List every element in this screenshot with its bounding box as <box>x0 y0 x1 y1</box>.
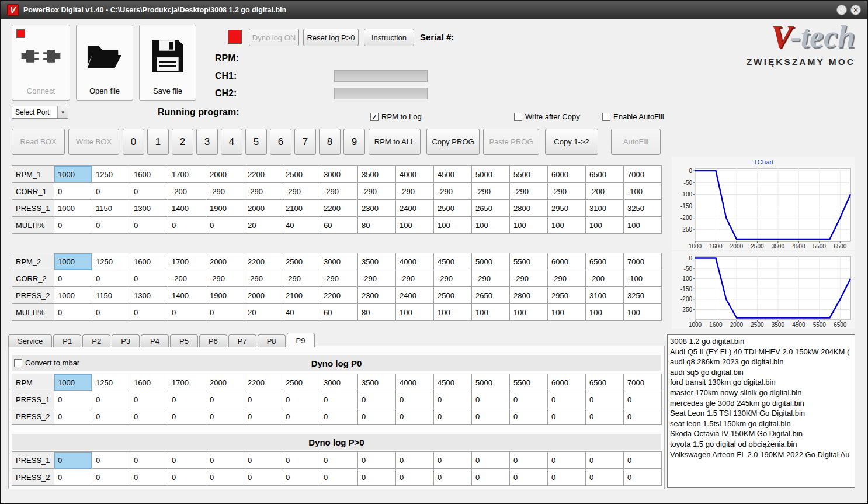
table-cell[interactable]: 0 <box>586 391 624 408</box>
table-cell[interactable]: 2650 <box>472 200 510 217</box>
table-cell[interactable]: 2200 <box>320 287 358 304</box>
tab-p4[interactable]: P4 <box>141 334 169 347</box>
table-cell[interactable]: 0 <box>92 304 130 321</box>
open-file-button[interactable]: Open file <box>76 25 133 101</box>
close-button[interactable]: ✕ <box>850 5 861 15</box>
table-cell[interactable]: 0 <box>168 469 206 486</box>
table-cell[interactable]: 7000 <box>624 253 662 270</box>
table-cell[interactable]: 5500 <box>510 374 548 391</box>
table-cell[interactable]: 0 <box>168 408 206 425</box>
table-cell[interactable]: 100 <box>472 304 510 321</box>
table-cell[interactable]: 0 <box>548 408 586 425</box>
table-cell[interactable]: -290 <box>206 270 244 287</box>
table-cell[interactable]: -290 <box>510 183 548 200</box>
table-cell[interactable]: -200 <box>586 183 624 200</box>
table-cell[interactable]: 0 <box>320 391 358 408</box>
table-cell[interactable]: 2000 <box>244 287 282 304</box>
table-cell[interactable]: 1600 <box>130 166 168 183</box>
table-cell[interactable]: 1250 <box>92 253 130 270</box>
table-cell[interactable]: 0 <box>320 408 358 425</box>
table-cell[interactable]: 0 <box>624 452 662 469</box>
minimize-button[interactable]: – <box>836 5 847 15</box>
table-cell[interactable]: 0 <box>434 391 472 408</box>
table-cell[interactable]: 100 <box>434 217 472 234</box>
table-cell[interactable]: 0 <box>244 391 282 408</box>
table-cell[interactable]: 20 <box>244 217 282 234</box>
table-cell[interactable]: 0 <box>472 408 510 425</box>
table-cell[interactable]: 1000 <box>54 166 92 183</box>
table-cell[interactable]: 0 <box>586 452 624 469</box>
file-list[interactable]: 3008 1.2 go digital.binAudi Q5 II (FY FL… <box>667 334 855 488</box>
table-cell[interactable]: 2300 <box>358 200 396 217</box>
table-cell[interactable]: 2800 <box>510 200 548 217</box>
table-cell[interactable]: 60 <box>320 217 358 234</box>
table-cell[interactable]: 0 <box>206 304 244 321</box>
table-cell[interactable]: 0 <box>54 391 92 408</box>
table-cell[interactable]: 6500 <box>586 253 624 270</box>
table-cell[interactable]: 1400 <box>168 200 206 217</box>
table-cell[interactable]: 100 <box>548 217 586 234</box>
table-cell[interactable]: 4000 <box>396 253 434 270</box>
table-cell[interactable]: 0 <box>548 469 586 486</box>
table-cell[interactable]: -200 <box>586 270 624 287</box>
table-cell[interactable]: 1150 <box>92 287 130 304</box>
table-cell[interactable]: 1000 <box>54 200 92 217</box>
copy-prog-button[interactable]: Copy PROG <box>426 129 480 155</box>
table-cell[interactable]: 0 <box>548 452 586 469</box>
digit-8-button[interactable]: 8 <box>319 129 341 155</box>
table-cell[interactable]: 0 <box>624 391 662 408</box>
table-cell[interactable]: 2650 <box>472 287 510 304</box>
paste-prog-button[interactable]: Paste PROG <box>483 129 539 155</box>
table-cell[interactable]: 100 <box>472 217 510 234</box>
table-cell[interactable]: 100 <box>586 304 624 321</box>
tab-p6[interactable]: P6 <box>199 334 227 347</box>
file-list-item[interactable]: Skoda Octavia IV 150KM Go Digital.bin <box>670 429 852 439</box>
table-cell[interactable]: 0 <box>396 408 434 425</box>
tab-p8[interactable]: P8 <box>258 334 286 347</box>
table-cell[interactable]: 0 <box>244 469 282 486</box>
table-cell[interactable]: 2100 <box>282 287 320 304</box>
table-cell[interactable]: 100 <box>510 217 548 234</box>
convert-to-mbar-checkbox[interactable]: Convert to mbar <box>14 358 79 367</box>
tab-p1[interactable]: P1 <box>53 334 81 347</box>
table-cell[interactable]: 100 <box>624 304 662 321</box>
table-cell[interactable]: -290 <box>320 270 358 287</box>
table-cell[interactable]: 1600 <box>130 374 168 391</box>
table-cell[interactable]: 0 <box>282 391 320 408</box>
table-cell[interactable]: 2400 <box>396 287 434 304</box>
digit-1-button[interactable]: 1 <box>147 129 169 155</box>
table-cell[interactable]: 0 <box>244 452 282 469</box>
table-cell[interactable]: 1150 <box>92 200 130 217</box>
checkbox-box[interactable] <box>602 113 610 121</box>
table-cell[interactable]: 3250 <box>624 287 662 304</box>
table-cell[interactable]: 0 <box>130 270 168 287</box>
tab-p2[interactable]: P2 <box>82 334 110 347</box>
file-list-item[interactable]: Audi Q5 II (FY FL) 40 TDI MHEV 2.0 150kW… <box>670 347 852 357</box>
tab-p9[interactable]: P9 <box>287 333 315 347</box>
table-cell[interactable]: 2100 <box>282 200 320 217</box>
table-cell[interactable]: 1250 <box>92 166 130 183</box>
table-cell[interactable]: 0 <box>130 469 168 486</box>
table-cell[interactable]: 0 <box>434 452 472 469</box>
table-cell[interactable]: 2950 <box>548 287 586 304</box>
table-cell[interactable]: 0 <box>54 408 92 425</box>
table-cell[interactable]: -290 <box>472 270 510 287</box>
file-list-item[interactable]: toyota 1.5 go digital od obciążenia.bin <box>670 439 852 450</box>
table-cell[interactable]: 0 <box>282 452 320 469</box>
table-cell[interactable]: -100 <box>624 270 662 287</box>
table-cell[interactable]: 3100 <box>586 200 624 217</box>
table-cell[interactable]: 4000 <box>396 166 434 183</box>
table-cell[interactable]: 0 <box>92 217 130 234</box>
table-cell[interactable]: -290 <box>472 183 510 200</box>
table-cell[interactable]: 0 <box>434 469 472 486</box>
table-cell[interactable]: 0 <box>624 469 662 486</box>
table-cell[interactable]: 3500 <box>358 374 396 391</box>
table-cell[interactable]: 0 <box>396 469 434 486</box>
table-cell[interactable]: 4500 <box>434 374 472 391</box>
table-cell[interactable]: 0 <box>282 469 320 486</box>
table-cell[interactable]: 2500 <box>282 253 320 270</box>
table-cell[interactable]: -290 <box>396 270 434 287</box>
table-cell[interactable]: -290 <box>434 183 472 200</box>
table-cell[interactable]: 0 <box>320 452 358 469</box>
table-cell[interactable]: 2300 <box>358 287 396 304</box>
